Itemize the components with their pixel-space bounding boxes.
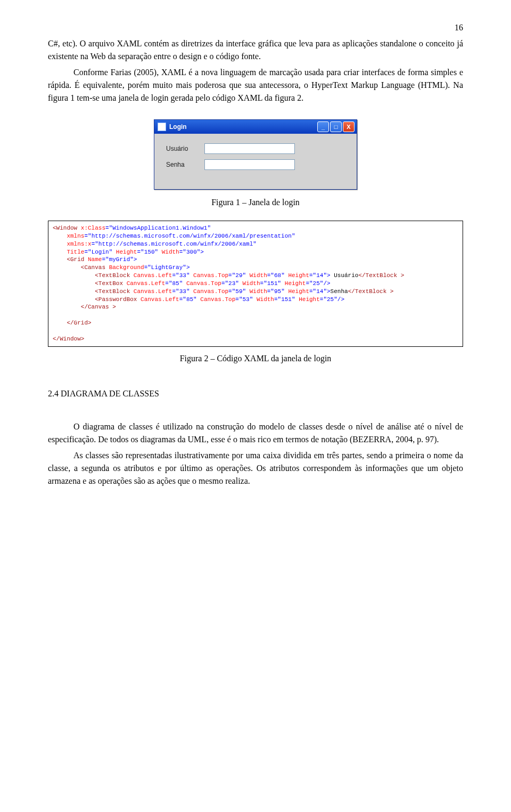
paragraph-3: O diagrama de classes é utilizado na con… [48, 420, 463, 446]
code-text: Width [243, 280, 260, 287]
code-text: Width [162, 249, 179, 255]
code-text: "23" [225, 280, 239, 287]
login-body: Usuário Senha [154, 134, 357, 189]
user-row: Usuário [166, 143, 345, 154]
code-text: Canvas.Left [134, 288, 172, 295]
code-text: "http://schemas.microsoft.com/winfx/2006… [88, 233, 295, 239]
page-number: 16 [48, 21, 463, 34]
code-text: "300" [183, 249, 200, 255]
code-text: "33" [176, 272, 189, 279]
code-text: "25" [309, 280, 323, 287]
section-heading: 2.4 DIAGRAMA DE CLASSES [48, 387, 463, 400]
code-text: Canvas.Left [141, 296, 179, 303]
code-text: "29" [232, 272, 246, 279]
code-text: "151" [263, 280, 281, 287]
xaml-code-box: <Window x:Class="WindowsApplication1.Win… [48, 221, 463, 347]
code-text: "14" [313, 272, 327, 279]
code-text: "68" [270, 272, 284, 279]
code-text: </Canvas > [81, 304, 116, 310]
code-text: x:Class [81, 225, 105, 231]
code-text: "53" [239, 296, 253, 303]
code-text: <TextBlock [95, 272, 134, 279]
user-input[interactable] [204, 143, 295, 154]
code-text: <PasswordBox [95, 296, 141, 303]
code-text: </Grid> [67, 320, 91, 326]
code-text: "150" [141, 249, 158, 255]
code-text: "151" [278, 296, 295, 303]
code-text: "95" [270, 288, 284, 295]
code-text: Width [257, 296, 274, 303]
code-text: </Window> [53, 336, 84, 342]
code-text: xmlns [67, 233, 84, 239]
app-icon [158, 123, 166, 131]
code-text: Canvas.Left [127, 280, 166, 287]
code-text: "myGrid" [105, 256, 134, 263]
code-text: "14" [313, 288, 327, 295]
code-text: </TextBlock > [358, 272, 404, 279]
code-text: Title [67, 249, 84, 255]
code-text: "WindowsApplication1.Window1" [109, 225, 211, 231]
code-text: Height [288, 272, 309, 279]
code-text: Height [299, 296, 320, 303]
password-row: Senha [166, 159, 345, 170]
code-text: "http://schemas.microsoft.com/winfx/2006… [95, 241, 257, 247]
code-text: Canvas.Top [193, 272, 228, 279]
code-text: Width [250, 272, 267, 279]
code-text: <TextBlock [95, 288, 134, 295]
password-input[interactable] [204, 159, 295, 170]
code-text: Height [116, 249, 137, 255]
close-button[interactable]: X [343, 121, 355, 132]
minimize-button[interactable]: _ [317, 121, 329, 132]
code-text: "25" [323, 296, 337, 303]
code-text: </TextBlock > [348, 288, 394, 295]
code-text: <Grid [67, 256, 88, 263]
code-text: Canvas.Top [200, 296, 235, 303]
code-text: <Window [53, 225, 81, 231]
code-text: xmlns:x [67, 241, 91, 247]
code-text: "LightGray" [147, 264, 186, 271]
code-text: Height [285, 280, 306, 287]
maximize-button[interactable]: □ [330, 121, 342, 132]
password-label: Senha [166, 160, 204, 169]
login-window: Login _ □ X Usuário Senha [154, 119, 357, 190]
user-label: Usuário [166, 144, 204, 153]
code-text: <Canvas [81, 264, 109, 271]
code-text: Height [288, 288, 309, 295]
code-text: Background [109, 264, 144, 271]
code-text: "85" [183, 296, 196, 303]
code-text: "Login" [88, 249, 112, 255]
code-text: <TextBox [95, 280, 126, 287]
code-text: Width [250, 288, 267, 295]
code-text: "59" [232, 288, 246, 295]
code-text: "33" [176, 288, 189, 295]
figure2-caption: Figura 2 – Código XAML da janela de logi… [48, 352, 463, 365]
code-text: "85" [169, 280, 183, 287]
figure1-caption: Figura 1 – Janela de login [48, 196, 463, 209]
paragraph-1: C#, etc). O arquivo XAML contém as diret… [48, 37, 463, 63]
window-titlebar: Login _ □ X [154, 120, 357, 134]
code-text: Canvas.Top [193, 288, 228, 295]
code-text: Name [88, 256, 102, 263]
paragraph-2: Conforme Farias (2005), XAML é a nova li… [48, 66, 463, 104]
window-title: Login [169, 122, 187, 132]
code-text: Senha [331, 288, 348, 295]
code-text: Canvas.Top [186, 280, 221, 287]
code-text: Usuário [331, 272, 359, 279]
paragraph-4: As classes são representadas ilustrativa… [48, 449, 463, 488]
code-text: Canvas.Left [134, 272, 172, 279]
